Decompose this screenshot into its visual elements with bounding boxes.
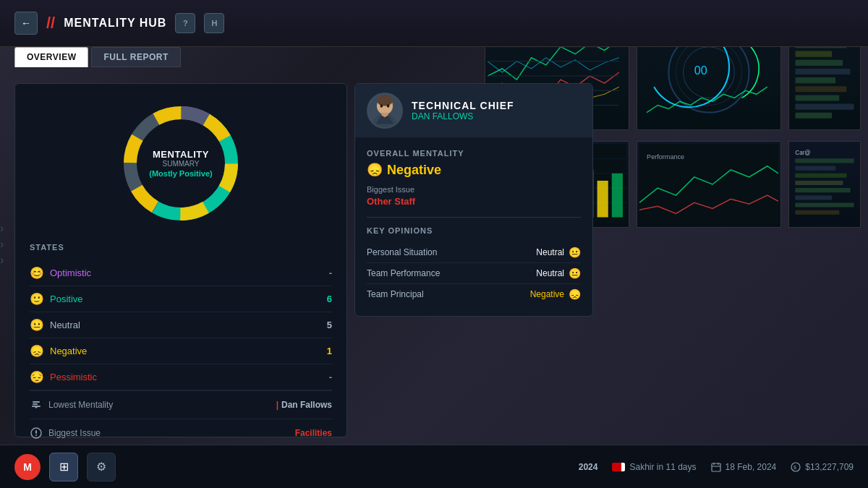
- svg-rect-20: [795, 113, 832, 119]
- tech-name: DAN FALLOWS: [412, 111, 514, 121]
- state-row-pessimistic: 😔 Pessimistic -: [30, 364, 332, 390]
- lowest-mentality-value: | Dan Fallows: [276, 400, 332, 410]
- donut-chart-container: MENTALITY SUMMARY (Mostly Positive): [30, 98, 332, 228]
- svg-text:00: 00: [694, 64, 707, 77]
- optimistic-emoji: 😊: [30, 266, 44, 280]
- settings-button[interactable]: ⚙: [87, 453, 116, 481]
- state-row-positive: 🙂 Positive 6: [30, 286, 332, 312]
- optimistic-count: -: [329, 267, 332, 278]
- tech-card-body: OVERALL MENTALITY 😞 Negative Biggest Iss…: [355, 137, 592, 316]
- svg-rect-54: [33, 403, 38, 405]
- bg-screen-6: Car@: [788, 141, 861, 228]
- svg-rect-41: [795, 181, 843, 185]
- pessimistic-count: -: [329, 372, 332, 382]
- grid-view-button[interactable]: ⊞: [49, 453, 78, 481]
- tab-overview[interactable]: OVERVIEW: [14, 47, 88, 67]
- state-row-neutral: 😐 Neutral 5: [30, 312, 332, 338]
- team-principal-label: Team Principal: [367, 289, 424, 299]
- opinion-row-team-principal: Team Principal Negative 😞: [367, 284, 581, 304]
- hub-icon[interactable]: H: [204, 13, 224, 33]
- neutral-label: Neutral: [50, 320, 80, 330]
- positive-emoji: 🙂: [30, 292, 44, 306]
- back-button[interactable]: ←: [14, 12, 38, 35]
- svg-rect-43: [795, 195, 832, 200]
- svg-rect-17: [795, 86, 846, 92]
- donut-label: MENTALITY SUMMARY (Mostly Positive): [149, 149, 212, 178]
- tech-biggest-issue-value: Other Staff: [367, 196, 581, 207]
- bottom-bar: M ⊞ ⚙ 2024 Sakhir in 11 days 18 Feb, 202…: [0, 445, 868, 488]
- calendar-icon: [711, 462, 721, 472]
- svg-rect-40: [795, 174, 846, 178]
- key-opinions-title: KEY OPINIONS: [367, 217, 581, 235]
- svg-rect-53: [33, 401, 40, 403]
- side-navigation: › › ›: [0, 222, 4, 267]
- header-slash: //: [46, 14, 55, 33]
- svg-rect-19: [795, 104, 854, 110]
- pessimistic-emoji: 😔: [30, 370, 44, 384]
- state-row-negative: 😞 Negative 1: [30, 338, 332, 364]
- neutral-count: 5: [327, 320, 332, 330]
- overall-mentality-value: 😞 Negative: [367, 162, 581, 178]
- year-display: 2024: [579, 462, 598, 472]
- brand-logo: M: [14, 454, 41, 480]
- svg-text:Car@: Car@: [795, 150, 810, 156]
- mentality-value-text: Negative: [387, 163, 441, 178]
- pessimistic-label: Pessimistic: [50, 372, 97, 382]
- tech-biggest-issue-label: Biggest Issue: [367, 185, 581, 194]
- help-icon[interactable]: ?: [175, 13, 195, 33]
- svg-rect-42: [795, 188, 850, 192]
- tech-card-header: TECHNICAL CHIEF DAN FALLOWS: [355, 84, 592, 137]
- lowest-mentality-row: Lowest Mentality | Dan Fallows: [30, 390, 332, 419]
- svg-rect-13: [795, 51, 832, 57]
- svg-point-63: [380, 104, 383, 108]
- tab-bar: OVERVIEW FULL REPORT: [14, 47, 181, 67]
- svg-rect-56: [35, 430, 37, 434]
- neutral-emoji: 😐: [30, 318, 44, 332]
- svg-rect-57: [35, 435, 37, 436]
- negative-emoji: 😞: [30, 344, 44, 358]
- svg-rect-44: [795, 202, 854, 207]
- biggest-issue-label: Biggest Issue: [48, 428, 101, 438]
- optimistic-label: Optimistic: [50, 267, 91, 278]
- opinion-row-team-perf: Team Performance Neutral 😐: [367, 263, 581, 284]
- positive-count: 6: [327, 294, 332, 304]
- states-title: STATES: [30, 243, 332, 252]
- bg-screen-5: Performance: [637, 141, 781, 228]
- biggest-issue-value: Facilities: [295, 428, 332, 438]
- negative-label: Negative: [50, 346, 87, 356]
- personal-situation-label: Personal Situation: [367, 247, 437, 257]
- svg-rect-18: [795, 95, 839, 100]
- page-title: MENTALITY HUB: [64, 17, 166, 30]
- svg-rect-15: [795, 69, 850, 74]
- svg-rect-45: [795, 210, 839, 215]
- tab-full-report[interactable]: FULL REPORT: [91, 47, 180, 67]
- header-bar: ← // MENTALITY HUB ? H: [0, 0, 868, 47]
- svg-text:Performance: Performance: [647, 153, 684, 160]
- bahrain-flag: [612, 463, 625, 471]
- svg-rect-33: [597, 181, 608, 218]
- team-performance-label: Team Performance: [367, 268, 440, 278]
- svg-rect-16: [795, 77, 835, 83]
- tech-card: TECHNICAL CHIEF DAN FALLOWS OVERALL MENT…: [354, 83, 593, 317]
- biggest-issue-row: Biggest Issue Facilities: [30, 419, 332, 447]
- svg-point-60: [377, 95, 393, 106]
- svg-point-64: [387, 104, 390, 108]
- svg-rect-38: [795, 158, 854, 163]
- money-display: $ $13,227,709: [791, 462, 854, 472]
- team-principal-value: Negative 😞: [530, 288, 581, 300]
- svg-text:$: $: [793, 465, 796, 470]
- svg-point-7: [676, 40, 742, 106]
- svg-rect-14: [795, 60, 843, 66]
- svg-rect-39: [795, 166, 835, 171]
- tech-info: TECHNICAL CHIEF DAN FALLOWS: [412, 100, 514, 121]
- biggest-issue-icon: [30, 427, 43, 440]
- svg-rect-65: [712, 463, 720, 471]
- tech-avatar: [367, 93, 403, 129]
- team-performance-value: Neutral 😐: [536, 267, 581, 279]
- opinion-row-personal: Personal Situation Neutral 😐: [367, 242, 581, 263]
- lowest-mentality-icon: [30, 398, 43, 411]
- lowest-mentality-label: Lowest Mentality: [48, 400, 113, 410]
- state-row-optimistic: 😊 Optimistic -: [30, 260, 332, 286]
- status-bar: 2024 Sakhir in 11 days 18 Feb, 2024 $ $1…: [579, 462, 854, 472]
- overall-mentality-label: OVERALL MENTALITY: [367, 149, 581, 158]
